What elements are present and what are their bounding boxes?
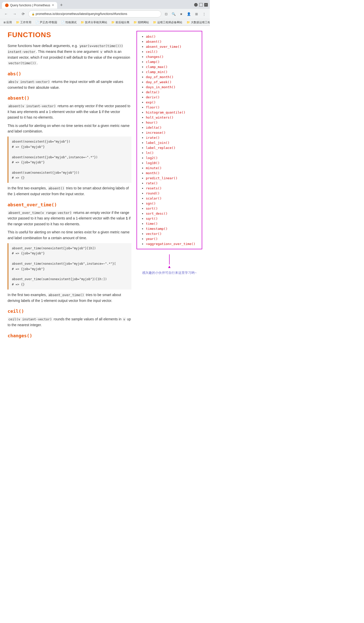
- bookmark-tech[interactable]: 📁 技术分享相关网站: [80, 20, 108, 25]
- absent-description1: absent(v instant-vector) returns an empt…: [8, 103, 131, 120]
- list-item: clamp_min(): [146, 69, 198, 74]
- toc-link-days-in-month[interactable]: days_in_month(): [146, 85, 175, 89]
- bookmark-yzj[interactable]: 📄 尹正杰·哔客园: [34, 20, 58, 25]
- toc-link-ln[interactable]: ln(): [146, 151, 154, 155]
- nav-bar: ← → ⟳ 🔒 prometheus.io/docs/prometheus/la…: [0, 9, 210, 19]
- toc-link-sqrt[interactable]: sqrt(): [146, 217, 158, 220]
- absent-over-time-desc2: This is useful for alerting on when no t…: [8, 229, 131, 241]
- toc-link-aot[interactable]: absent_over_time(): [146, 45, 181, 49]
- list-item: floor(): [146, 105, 198, 110]
- list-item: resets(): [146, 186, 198, 191]
- toc-link-label-join[interactable]: label_join(): [146, 141, 170, 145]
- list-item: abs(): [146, 34, 198, 39]
- toc-link-exp[interactable]: exp(): [146, 100, 156, 104]
- bookmark-personality[interactable]: 📄 性格测试: [60, 20, 78, 25]
- absent-over-time-note: In the first two examples, absent_over_t…: [8, 292, 131, 303]
- toc-link-vector[interactable]: vector(): [146, 232, 162, 236]
- bookmark-ops[interactable]: 📁 运维工程师必备网站: [152, 20, 183, 25]
- toc-link-day-of-month[interactable]: day_of_month(): [146, 75, 174, 79]
- list-item: absent_over_time(): [146, 44, 198, 49]
- intro-expr: vector(time()): [8, 61, 37, 65]
- toc-link-holt[interactable]: holt_winters(): [146, 116, 174, 119]
- toc-link-resets[interactable]: resets(): [146, 186, 162, 190]
- toc-link-predict[interactable]: predict_linear(): [146, 176, 177, 180]
- minimize-button[interactable]: —: [194, 3, 198, 7]
- toc-link-month[interactable]: month(): [146, 171, 160, 175]
- toc-link-abs[interactable]: abs(): [146, 35, 156, 38]
- toc-link-changes[interactable]: changes(): [146, 55, 164, 59]
- toc-link-year[interactable]: year(): [146, 237, 158, 241]
- toc-link-aggregation[interactable]: <aggregation>_over_time(): [146, 242, 195, 246]
- list-item: irate(): [146, 135, 198, 140]
- bookmark-jobs[interactable]: 📁 招聘网站: [132, 20, 150, 25]
- annotation-area: ▲ 感兴趣的小伙伴可自行来这里学习哟~: [136, 254, 202, 275]
- toc-link-clamp-min[interactable]: clamp_min(): [146, 70, 168, 74]
- close-window-button[interactable]: ✕: [204, 3, 208, 7]
- toc-link-round[interactable]: round(): [146, 191, 160, 195]
- list-item: round(): [146, 191, 198, 196]
- active-tab[interactable]: Query functions | Prometheus ✕: [2, 2, 57, 9]
- zoom-icon[interactable]: 🔍: [170, 11, 177, 17]
- tab-close-button[interactable]: ✕: [52, 4, 54, 7]
- toc-link-clamp[interactable]: clamp(): [146, 60, 160, 64]
- restore-button[interactable]: [199, 3, 203, 7]
- address-bar[interactable]: 🔒 prometheus.io/docs/prometheus/latest/q…: [28, 10, 161, 17]
- list-item: log2(): [146, 155, 198, 160]
- toc-link-deriv[interactable]: deriv(): [146, 95, 160, 99]
- bookmark-bigdata[interactable]: 📁 大数据运维工程师...: [186, 20, 210, 25]
- intro-paragraph: Some functions have default arguments, e…: [8, 43, 131, 66]
- toc-link-idelta[interactable]: idelta(): [146, 126, 162, 129]
- browser-chrome: Query functions | Prometheus ✕ + — ✕ ← →…: [0, 0, 210, 26]
- toc-link-minute[interactable]: minute(): [146, 166, 162, 170]
- intro-v: v: [100, 50, 103, 54]
- toc-link-label-replace[interactable]: label_replace(): [146, 146, 175, 150]
- list-item: deriv(): [146, 95, 198, 100]
- list-item: rate(): [146, 181, 198, 186]
- list-item: histogram_quantile(): [146, 110, 198, 115]
- bookmark-icon[interactable]: ★: [178, 11, 185, 17]
- forward-button[interactable]: →: [11, 10, 18, 17]
- content-area: FUNCTIONS Some functions have default ar…: [8, 31, 131, 341]
- toc-link-delta[interactable]: delta(): [146, 90, 160, 94]
- profile-icon[interactable]: 👤: [186, 11, 192, 17]
- new-tab-button[interactable]: +: [58, 2, 65, 9]
- list-item: exp(): [146, 100, 198, 105]
- menu-icon[interactable]: ⋮: [201, 11, 207, 17]
- list-item: predict_linear(): [146, 175, 198, 181]
- toc-link-rate[interactable]: rate(): [146, 181, 158, 185]
- bookmarks-bar: ⊞ 应用 📁 工作常用 📄 尹正杰·哔客园 📄 性格测试 📁 技术分享相关网站 …: [0, 19, 210, 26]
- tab-title: Query functions | Prometheus: [10, 4, 50, 7]
- back-button[interactable]: ←: [3, 10, 10, 17]
- toc-link-histogram[interactable]: histogram_quantile(): [146, 110, 186, 114]
- toc-link-irate[interactable]: irate(): [146, 136, 160, 140]
- list-item: clamp(): [146, 59, 198, 64]
- absent-description2: This is useful for alerting on when no t…: [8, 123, 131, 134]
- toc-link-sort-desc[interactable]: sort_desc(): [146, 212, 168, 215]
- toc-link-log10[interactable]: log10(): [146, 161, 160, 165]
- toc-link-log2[interactable]: log2(): [146, 156, 158, 160]
- toc-link-timestamp[interactable]: timestamp(): [146, 227, 168, 231]
- list-item: idelta(): [146, 125, 198, 130]
- bookmark-work[interactable]: 📁 工作常用: [15, 20, 32, 25]
- cast-icon[interactable]: ⊡: [163, 11, 169, 17]
- list-item: days_in_month(): [146, 84, 198, 90]
- toc-link-sort[interactable]: sort(): [146, 207, 158, 210]
- toc-link-ceil[interactable]: ceil(): [146, 50, 158, 54]
- bookmark-apps[interactable]: ⊞ 应用: [3, 20, 13, 25]
- nav-icons: ⊡ 🔍 ★ 👤 ⊞ ⋮: [163, 11, 207, 17]
- toc-link-hour[interactable]: hour(): [146, 121, 158, 124]
- reload-button[interactable]: ⟳: [20, 10, 27, 17]
- bookmark-frontend[interactable]: 📁 前后端分离: [110, 20, 130, 25]
- toc-link-day-of-week[interactable]: day_of_week(): [146, 80, 172, 84]
- toc-link-increase[interactable]: increase(): [146, 131, 166, 135]
- toc-link-time[interactable]: time(): [146, 222, 158, 226]
- arrow-line: [169, 254, 170, 264]
- extensions-icon[interactable]: ⊞: [193, 11, 200, 17]
- toc-link-absent[interactable]: absent(): [146, 40, 162, 43]
- toc-link-sgn[interactable]: sgn(): [146, 202, 156, 205]
- toc-link-scalar[interactable]: scalar(): [146, 196, 162, 200]
- absent-over-time-heading: absent_over_time(): [8, 202, 131, 207]
- toc-link-floor[interactable]: floor(): [146, 105, 160, 109]
- list-item: label_replace(): [146, 145, 198, 150]
- toc-link-clamp-max[interactable]: clamp_max(): [146, 65, 168, 69]
